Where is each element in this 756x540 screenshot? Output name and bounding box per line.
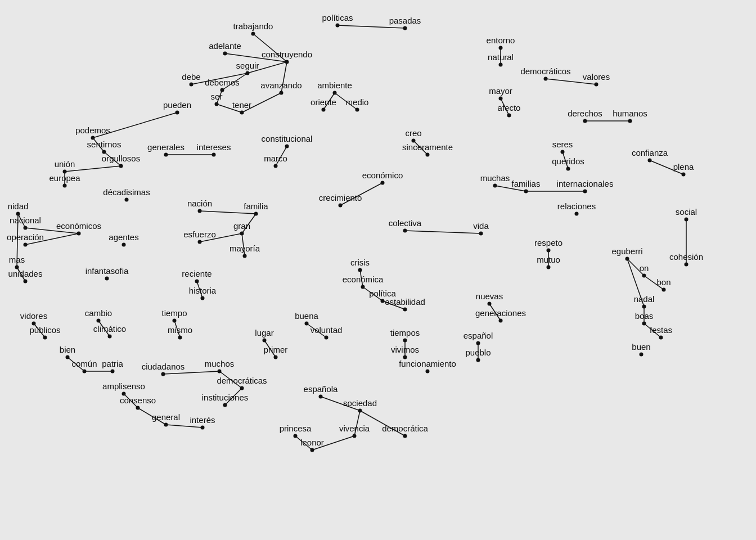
node-dot-orgullosos	[119, 164, 123, 168]
node-label-vidores: vidores	[20, 311, 47, 321]
svg-line-32	[405, 231, 481, 233]
node-label-patria: patria	[102, 359, 123, 368]
node-dot-economica	[361, 285, 365, 289]
node-label-derechos: derechos	[568, 109, 602, 118]
node-label-mayoria: mayoría	[230, 244, 260, 253]
node-dot-publicos	[43, 336, 47, 340]
node-label-intereses: intereses	[197, 142, 231, 152]
node-dot-democraticos	[544, 77, 548, 81]
node-dot-confianza	[648, 159, 652, 163]
node-dot-marco	[274, 164, 278, 168]
node-dot-mismo	[178, 336, 182, 340]
node-dot-tener	[240, 111, 244, 115]
node-dot-trabajando	[251, 32, 255, 36]
node-dot-historia	[201, 296, 205, 300]
node-label-medio: medio	[346, 97, 369, 107]
node-dot-infantasofia	[105, 277, 109, 281]
node-label-familia: familia	[244, 201, 268, 211]
node-dot-familias	[524, 190, 528, 194]
node-label-espanol: español	[464, 331, 493, 340]
node-dot-funcionamiento	[426, 370, 430, 374]
node-dot-climatico	[108, 335, 112, 339]
node-label-democraticos: democráticos	[520, 66, 570, 76]
node-dot-debe	[190, 83, 194, 87]
node-dot-tiempos	[403, 339, 407, 343]
node-dot-pasadas	[403, 26, 407, 30]
node-label-reciente: reciente	[182, 269, 212, 278]
node-label-internacionales: internacionales	[557, 179, 614, 188]
node-label-tener: tener	[232, 100, 251, 110]
node-dot-plena	[682, 173, 686, 177]
node-dot-espanola	[319, 395, 323, 399]
node-dot-espanol	[476, 341, 480, 345]
node-dot-eguberri	[626, 257, 629, 261]
node-dot-consenso	[136, 406, 140, 410]
node-dot-constitucional	[285, 145, 289, 148]
node-label-buen: buen	[632, 342, 650, 352]
node-dot-queridos	[566, 167, 570, 171]
node-dot-economicos	[77, 232, 81, 236]
node-label-esfuerzo: esfuerzo	[183, 230, 216, 239]
node-dot-relaciones	[575, 212, 579, 216]
node-dot-crecimiento	[339, 204, 343, 208]
node-dot-natural	[499, 63, 503, 67]
node-dot-valores	[595, 83, 598, 87]
node-label-cambio: cambio	[85, 308, 112, 318]
node-label-creo: creo	[405, 128, 421, 138]
node-label-economicos: económicos	[56, 221, 101, 231]
node-dot-voluntad	[325, 336, 328, 340]
node-dot-undefined	[164, 153, 168, 157]
node-label-muchos: muchos	[205, 359, 235, 368]
node-dot-afecto	[507, 114, 511, 118]
node-label-agentes: agentes	[109, 232, 138, 242]
node-label-natural: natural	[488, 52, 514, 62]
node-label-vivencia: vivencia	[339, 424, 370, 433]
node-dot-cohesion	[685, 263, 688, 267]
node-label-pueden: pueden	[163, 100, 191, 110]
node-label-plena: plena	[673, 162, 694, 172]
node-dot-unidades	[24, 280, 28, 284]
node-label-nadal: nadal	[634, 294, 655, 304]
node-dot-europea	[63, 184, 67, 188]
node-dot-agentes	[122, 243, 126, 247]
graph-container: trabajandopolíticaspasadasadelanteconstr…	[0, 0, 756, 540]
node-dot-intereses	[212, 153, 216, 157]
node-label-mayor: mayor	[489, 86, 512, 96]
node-label-seres: seres	[552, 140, 573, 149]
node-label-humanos: humanos	[613, 109, 647, 118]
node-dot-muchas	[493, 184, 497, 188]
node-label-democraticas: democráticas	[217, 376, 267, 385]
node-label-infantasofia: infantasofia	[86, 266, 129, 276]
node-label-podemos: podemos	[75, 125, 110, 135]
node-label-debe: debe	[182, 72, 200, 82]
node-dot-tiempo	[173, 319, 177, 323]
node-dot-crisis	[358, 268, 362, 272]
node-label-seguir: seguir	[236, 61, 259, 70]
node-dot-respeto	[547, 249, 551, 253]
svg-line-9	[338, 25, 405, 28]
node-dot-internacionales	[583, 190, 587, 194]
node-label-comun: común	[71, 359, 97, 368]
node-dot-generaciones	[499, 319, 503, 323]
node-label-muchas: muchas	[480, 173, 510, 183]
node-dot-politica	[381, 299, 385, 303]
node-dot-democraticas	[240, 386, 244, 390]
node-label-ciudadanos: ciudadanos	[142, 362, 185, 371]
node-dot-colectiva	[403, 229, 407, 233]
node-dot-operacion	[24, 243, 28, 247]
node-label-nacion: nación	[187, 199, 212, 208]
node-label-confianza: confianza	[632, 148, 668, 158]
node-label-union: unión	[55, 159, 75, 169]
node-dot-familia	[254, 212, 258, 216]
node-dot-on	[642, 274, 646, 278]
node-dot-construyendo	[285, 60, 289, 64]
node-label-politicas: políticas	[322, 13, 353, 22]
node-label-nacional: nacional	[10, 215, 41, 225]
node-label-decadisimas: décad­isimas	[103, 187, 150, 197]
node-dot-festas	[659, 336, 663, 340]
node-label-mismo: mismo	[168, 325, 192, 335]
node-label-ser: ser	[211, 92, 223, 101]
node-label-sinceramente: sinceramente	[402, 142, 453, 152]
node-label-unidades: unidades	[8, 269, 43, 278]
node-label-eguberri: eguberri	[611, 246, 642, 256]
